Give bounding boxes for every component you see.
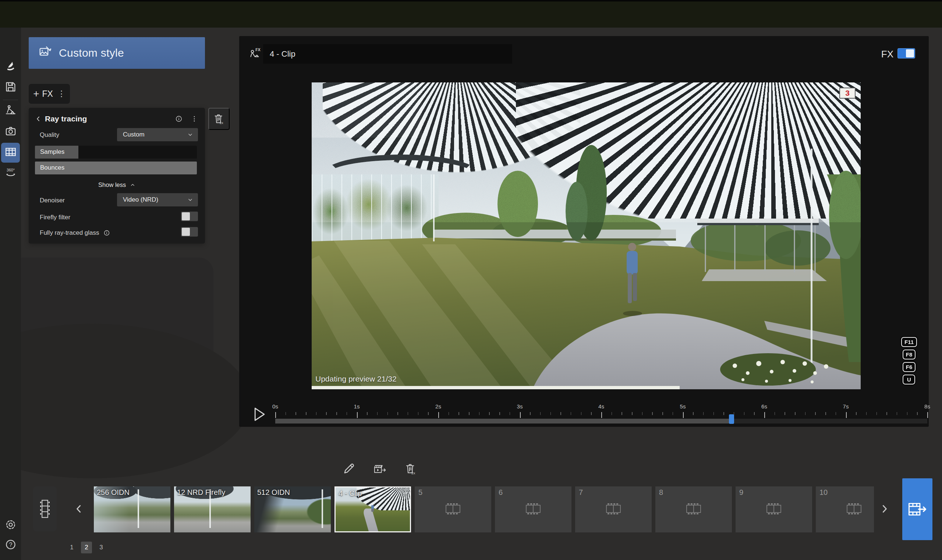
sidebar-item-pointer-tool[interactable] [0,58,21,78]
clip-thumbnail-4---clip[interactable]: 4 - Clip [334,486,411,532]
firefly-filter-label: Firefly filter [40,214,70,221]
timeline-tick [560,412,561,415]
clip-thumbnail-label: 512 OIDN [257,488,290,497]
sidebar-item-panorama-360[interactable]: 360° [0,164,21,184]
denoiser-select[interactable]: Video (NRD) [117,193,198,206]
custom-style-title: Custom style [59,47,124,59]
clip-page-1[interactable]: 1 [66,542,77,553]
sidebar-item-save[interactable] [0,78,21,97]
custom-style-header[interactable]: Custom style [29,37,205,69]
svg-text:?: ? [9,542,12,548]
os-top-bar [0,0,942,28]
timeline-label: 6s [761,403,767,409]
timeline-tick [601,412,602,418]
ray-traced-glass-toggle[interactable] [181,227,198,237]
play-button[interactable] [253,407,266,422]
timeline-label: 5s [680,403,686,409]
quality-select[interactable]: Custom [117,128,198,141]
timeline-tick [907,412,908,415]
panel-menu-icon[interactable] [189,114,199,124]
timeline-tick [591,412,592,415]
svg-text:360°: 360° [7,168,15,172]
bounces-slider[interactable]: Bounces [35,162,197,174]
sidebar-item-help[interactable]: ? [0,535,21,555]
timeline-ruler[interactable]: 0s1s2s3s4s5s6s7s8s [275,403,927,425]
timeline-playhead[interactable] [729,414,734,424]
shortcut-key-f8[interactable]: F8 [903,349,916,360]
viewport-fx-toggle[interactable] [898,49,915,58]
shortcut-key-f11[interactable]: F11 [901,337,917,347]
film-placeholder-icon [444,502,462,517]
clip-thumbnail-512-oidn[interactable]: 512 OIDN [254,486,331,532]
previous-clips-button[interactable] [71,497,87,520]
timeline-track[interactable] [275,419,927,423]
timeline-tick [652,412,653,415]
timeline-tick [887,412,887,415]
clip-slot-6[interactable]: 6 [495,486,571,532]
render-preview[interactable]: 3 Updating preview 21/32 [312,82,861,389]
timeline-tick [611,412,612,415]
timeline-tick [662,412,663,415]
preview-progress-bar [312,386,680,389]
timeline-label: 3s [517,403,523,409]
firefly-filter-toggle[interactable] [181,212,198,221]
clip-thumbnail-256-oidn[interactable]: 256 OIDN [94,486,170,532]
back-chevron-icon[interactable] [35,115,42,123]
add-fx-button[interactable]: + FX ⋮ [29,84,70,104]
info-icon[interactable] [174,114,184,124]
sidebar-item-settings[interactable] [0,515,21,535]
export-movie-button[interactable] [902,478,933,540]
show-less-button[interactable]: Show less [29,182,205,188]
clip-slot-number: 5 [419,488,422,497]
clip-page-3[interactable]: 3 [96,542,107,553]
delete-style-button[interactable]: 2x [208,108,229,130]
film-placeholder-icon [765,502,783,517]
clip-slot-9[interactable]: 9 [736,486,812,532]
help-icon: ? [5,538,17,552]
info-icon[interactable] [103,229,110,237]
shortcut-key-f6[interactable]: F6 [903,362,916,372]
fx-menu-icon[interactable]: ⋮ [56,89,66,98]
next-clips-button[interactable] [876,497,893,520]
timeline-tick [795,412,796,415]
clip-slot-8[interactable]: 8 [655,486,732,532]
camera-marker-badge[interactable]: 3 [839,88,856,98]
edit-clip-button[interactable] [341,461,357,478]
timeline-tick [642,412,643,415]
shortcut-key-u[interactable]: U [903,375,915,385]
timeline-tick [428,412,429,415]
timeline-tick [571,412,571,415]
chevron-down-icon [187,197,194,203]
timeline-tick [836,412,836,415]
delete-clip-button[interactable]: 2x [403,461,419,478]
sidebar-divider [3,100,18,100]
settings-icon [5,518,17,532]
timeline-tick [693,412,694,415]
timeline-tick [520,412,521,418]
sidebar-item-landscape[interactable] [0,101,21,121]
timeline-tick [489,412,490,415]
timeline-tick [764,412,765,418]
clip-slot-5[interactable]: 5 [415,486,491,532]
export-clip-button[interactable] [372,461,388,478]
sidebar-item-movie[interactable] [1,143,20,163]
clip-slot-7[interactable]: 7 [575,486,652,532]
timeline-tick [296,412,296,415]
clip-page-2[interactable]: 2 [81,542,92,553]
clip-library-button[interactable] [33,486,57,531]
movie-icon [5,146,17,160]
clip-thumbnail-12-nrd-firefly[interactable]: 12 NRD Firefly [174,486,251,532]
timeline-tick [581,412,582,415]
timeline-tick [459,412,459,415]
clip-slot-10[interactable]: 10 [816,486,874,532]
pencil-icon [342,462,356,477]
timeline-tick [785,412,785,415]
timeline-tick [469,412,469,415]
scene-foreground [312,82,861,389]
sidebar-item-photo[interactable] [0,122,21,142]
camera-icon [5,125,17,139]
samples-slider[interactable]: Samples [35,146,197,158]
clip-fx-icon: FX [248,47,261,60]
clip-name-input[interactable] [263,44,512,64]
ray-tracing-panel: Ray tracing Quality Custom Samples Bounc… [29,108,205,243]
